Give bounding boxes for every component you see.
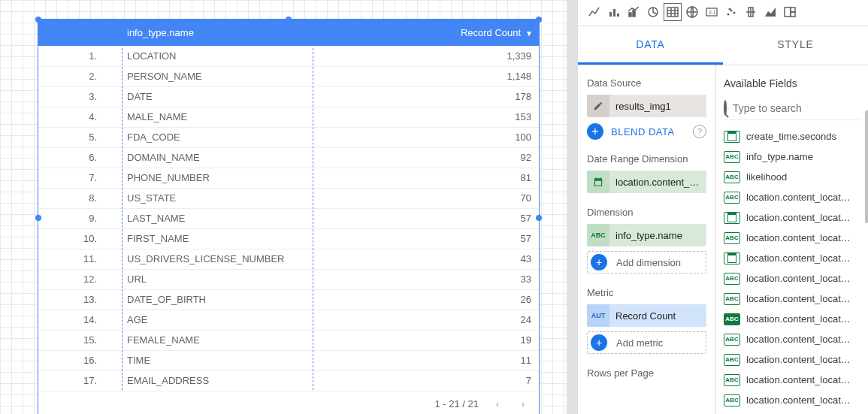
text-type-icon: ABC — [724, 374, 740, 386]
svg-point-10 — [727, 14, 730, 16]
area-chart-icon[interactable] — [761, 3, 779, 21]
field-search[interactable] — [724, 97, 860, 120]
table-row[interactable]: 6.DOMAIN_NAME92 — [38, 147, 539, 168]
geo-chart-icon[interactable] — [683, 3, 701, 21]
blend-data-row[interactable]: + BLEND DATA ? — [587, 123, 706, 140]
row-index: 13. — [38, 289, 121, 310]
add-dimension-button[interactable]: + Add dimension — [587, 251, 706, 273]
table-chart[interactable]: info_type.name Record Count▼ 1.LOCATION1… — [38, 19, 540, 414]
date-range-dimension-chip[interactable]: location.content_l… — [587, 171, 706, 193]
pie-chart-icon[interactable] — [644, 3, 662, 21]
blend-data-label: BLEND DATA — [611, 126, 685, 137]
table-row[interactable]: 15.FEMALE_NAME19 — [38, 330, 539, 350]
table-row[interactable]: 4.MALE_NAME153 — [38, 107, 539, 127]
svg-rect-2 — [617, 14, 619, 17]
field-name: location.content_locat… — [746, 313, 851, 325]
available-fields-panel: Available Fields create_time.secondsABCi… — [716, 65, 868, 414]
table-row[interactable]: 11.US_DRIVERS_LICENSE_NUMBER43 — [38, 249, 539, 269]
table-row[interactable]: 13.DATE_OF_BIRTH26 — [38, 289, 539, 310]
available-field[interactable]: location.content_locat… — [724, 248, 860, 268]
metric-label: Metric — [587, 287, 706, 298]
resize-handle[interactable] — [536, 17, 542, 23]
field-name: location.content_locat… — [746, 192, 851, 203]
available-field[interactable]: location.content_locat… — [724, 207, 860, 228]
metric-value: Record Count — [609, 310, 706, 322]
line-chart-icon[interactable] — [585, 3, 603, 21]
properties-panel: 2.1 DATA STYLE Data Source results_img1 … — [577, 0, 868, 414]
available-field[interactable]: ABClocation.content_locat… — [724, 410, 860, 414]
metric-chip[interactable]: AUT Record Count — [587, 304, 706, 327]
row-name: FIRST_NAME — [121, 228, 400, 249]
table-row[interactable]: 10.FIRST_NAME57 — [38, 228, 539, 249]
tab-data[interactable]: DATA — [578, 26, 723, 65]
plus-icon: + — [591, 334, 607, 351]
header-index — [38, 20, 121, 46]
table-row[interactable]: 1.LOCATION1,339 — [38, 46, 539, 66]
row-count: 1,339 — [400, 46, 539, 66]
table-row[interactable]: 7.PHONE_NUMBER81 — [38, 168, 539, 188]
available-field[interactable]: create_time.seconds — [724, 126, 860, 147]
svg-rect-1 — [613, 9, 615, 17]
data-source-chip[interactable]: results_img1 — [587, 95, 706, 117]
tab-style[interactable]: STYLE — [723, 26, 868, 65]
row-name: URL — [121, 269, 400, 289]
available-field[interactable]: ABClocation.content_locat… — [724, 329, 860, 349]
header-count[interactable]: Record Count▼ — [400, 20, 539, 46]
field-name: location.content_locat… — [746, 212, 851, 223]
resize-handle[interactable] — [286, 17, 292, 23]
header-name[interactable]: info_type.name — [121, 20, 400, 46]
table-row[interactable]: 12.URL33 — [38, 269, 539, 289]
table-row[interactable]: 3.DATE178 — [38, 86, 539, 107]
available-field[interactable]: ABClocation.content_locat… — [724, 228, 860, 248]
prev-page-button[interactable]: ‹ — [491, 397, 504, 411]
bullet-chart-icon[interactable] — [742, 3, 760, 21]
row-name: EMAIL_ADDRESS — [121, 370, 400, 391]
data-config-panel: Data Source results_img1 + BLEND DATA ? … — [578, 65, 716, 414]
column-divider[interactable] — [313, 48, 313, 390]
column-divider[interactable] — [122, 48, 122, 390]
available-field[interactable]: ABClocation.content_locat… — [724, 349, 860, 370]
available-field[interactable]: ABClocation.content_locat… — [724, 289, 860, 309]
available-field[interactable]: ABClikelihood — [724, 167, 860, 187]
available-field[interactable]: ABClocation.content_locat… — [724, 268, 860, 289]
dimension-chip[interactable]: ABC info_type.name — [587, 224, 706, 246]
available-field[interactable]: ABClocation.content_locat… — [724, 187, 860, 207]
table-row[interactable]: 5.FDA_CODE100 — [38, 127, 539, 147]
field-name: location.content_locat… — [746, 252, 851, 264]
resize-handle[interactable] — [35, 17, 41, 23]
resize-handle[interactable] — [536, 215, 542, 221]
combo-chart-icon[interactable] — [625, 3, 643, 21]
available-field[interactable]: ABClocation.content_locat… — [724, 309, 860, 329]
available-field[interactable]: ABClocation.content_locat… — [724, 370, 860, 390]
scorecard-icon[interactable]: 2.1 — [703, 3, 721, 21]
text-type-icon: ABC — [724, 151, 740, 163]
bar-chart-icon[interactable] — [605, 3, 623, 21]
svg-rect-16 — [791, 8, 795, 12]
table-row[interactable]: 16.TIME11 — [38, 350, 539, 370]
available-field[interactable]: ABClocation.content_locat… — [724, 390, 860, 410]
data-source-name: results_img1 — [609, 101, 706, 112]
table-row[interactable]: 9.LAST_NAME57 — [38, 208, 539, 228]
available-field[interactable]: ABCinfo_type.name — [724, 147, 860, 167]
table-row[interactable]: 2.PERSON_NAME1,148 — [38, 66, 539, 86]
table-row[interactable]: 8.US_STATE70 — [38, 188, 539, 208]
table-row[interactable]: 14.AGE24 — [38, 310, 539, 330]
field-search-input[interactable] — [733, 102, 860, 114]
row-name: US_STATE — [121, 188, 400, 208]
svg-rect-15 — [785, 8, 791, 17]
row-index: 10. — [38, 228, 121, 249]
available-fields-title: Available Fields — [724, 77, 860, 89]
row-name: LAST_NAME — [121, 208, 400, 228]
row-index: 4. — [38, 107, 121, 127]
add-metric-button[interactable]: + Add metric — [587, 331, 706, 354]
field-name: location.content_locat… — [746, 273, 851, 284]
next-page-button[interactable]: › — [516, 397, 530, 411]
scatter-chart-icon[interactable] — [722, 3, 740, 21]
table-chart-icon[interactable] — [664, 3, 682, 21]
table-row[interactable]: 17.EMAIL_ADDRESS7 — [38, 370, 539, 391]
field-name: location.content_locat… — [746, 293, 851, 304]
help-icon[interactable]: ? — [693, 125, 706, 138]
report-canvas[interactable]: info_type.name Record Count▼ 1.LOCATION1… — [0, 0, 577, 414]
row-name: DOMAIN_NAME — [121, 147, 400, 168]
treemap-icon[interactable] — [781, 3, 799, 21]
